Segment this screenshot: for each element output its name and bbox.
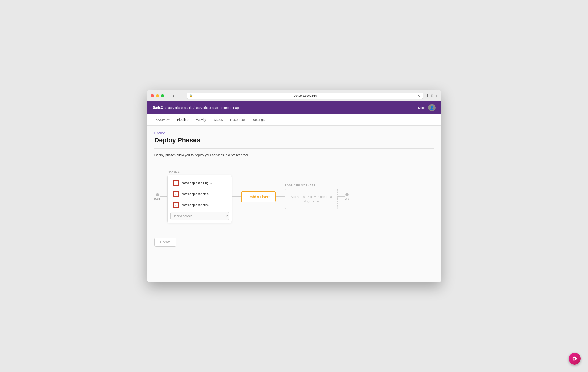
section-divider bbox=[155, 148, 434, 149]
svg-rect-1 bbox=[174, 181, 176, 183]
app-header-left: SEED › serverless-stack / serverless-sta… bbox=[153, 105, 240, 110]
new-tab-button[interactable]: ⧉ bbox=[431, 94, 433, 98]
lock-icon: 🔒 bbox=[189, 94, 192, 97]
svg-rect-5 bbox=[173, 191, 179, 197]
chat-button[interactable] bbox=[569, 353, 581, 365]
tab-settings[interactable]: Settings bbox=[249, 114, 268, 125]
page-breadcrumb[interactable]: Pipeline bbox=[155, 131, 434, 135]
tab-pipeline[interactable]: Pipeline bbox=[173, 114, 192, 125]
breadcrumb-app[interactable]: serverless-stack-demo-ext-api bbox=[196, 106, 240, 110]
pipeline-begin: begin bbox=[155, 193, 161, 200]
app-header: SEED › serverless-stack / serverless-sta… bbox=[147, 101, 441, 114]
svg-rect-13 bbox=[174, 205, 176, 207]
post-deploy-label: POST-DEPLOY PHASE bbox=[285, 184, 315, 187]
breadcrumb-separator-2: / bbox=[193, 106, 194, 110]
svg-rect-14 bbox=[176, 205, 178, 207]
service-name-3: notes-app-ext-notify-... bbox=[181, 203, 211, 207]
maximize-traffic-light[interactable] bbox=[161, 94, 164, 97]
tab-resources[interactable]: Resources bbox=[227, 114, 249, 125]
pipeline-flow: begin PHASE 1 bbox=[155, 164, 434, 232]
phase-1-box: notes-app-ext-billing-... bbox=[167, 175, 232, 223]
service-item-3: notes-app-ext-notify-... bbox=[170, 200, 229, 210]
forward-button[interactable]: › bbox=[172, 93, 176, 98]
share-button[interactable]: ⬆ bbox=[426, 93, 429, 98]
svg-rect-3 bbox=[174, 183, 176, 185]
app-nav: Overview Pipeline Activity Issues Resour… bbox=[147, 114, 441, 126]
service-icon-1 bbox=[173, 180, 179, 186]
browser-titlebar: ‹ › ⊞ 🔒 console.seed.run ↻ ⬆ ⧉ + bbox=[151, 93, 437, 99]
service-icon-2 bbox=[173, 191, 179, 197]
pipeline-end: end bbox=[345, 193, 349, 200]
post-deploy-box: Add a Post-Deploy Phase for a stage belo… bbox=[285, 188, 338, 209]
svg-rect-9 bbox=[176, 194, 178, 196]
tab-issues[interactable]: Issues bbox=[210, 114, 226, 125]
address-bar: 🔒 console.seed.run ↻ bbox=[187, 93, 423, 99]
avatar[interactable]: 👤 bbox=[428, 104, 436, 111]
menu-button[interactable]: + bbox=[435, 94, 437, 98]
breadcrumb-separator: › bbox=[165, 106, 167, 110]
svg-rect-10 bbox=[173, 202, 179, 208]
browser-nav-buttons: ‹ › bbox=[167, 93, 176, 98]
reload-button[interactable]: ↻ bbox=[418, 94, 421, 98]
svg-rect-12 bbox=[176, 203, 178, 205]
tab-view-button[interactable]: ⊞ bbox=[178, 93, 184, 98]
end-dot bbox=[345, 193, 348, 196]
svg-rect-7 bbox=[176, 192, 178, 194]
svg-rect-4 bbox=[176, 183, 178, 185]
begin-label: begin bbox=[155, 197, 161, 200]
service-item-2: notes-app-ext-notes-... bbox=[170, 189, 229, 199]
traffic-lights bbox=[151, 94, 164, 97]
main-content: Pipeline Deploy Phases Deploy phases all… bbox=[147, 126, 441, 282]
description-text: Deploy phases allow you to deploy your s… bbox=[155, 153, 434, 157]
seed-logo[interactable]: SEED bbox=[153, 105, 163, 110]
add-phase-section: + Add a Phase bbox=[241, 191, 276, 202]
close-traffic-light[interactable] bbox=[151, 94, 154, 97]
connector-line-2 bbox=[232, 196, 241, 197]
svg-rect-8 bbox=[174, 194, 176, 196]
phase-1-label: PHASE 1 bbox=[167, 170, 179, 173]
chat-icon bbox=[572, 356, 577, 361]
add-phase-button[interactable]: + Add a Phase bbox=[241, 191, 276, 202]
browser-chrome: ‹ › ⊞ 🔒 console.seed.run ↻ ⬆ ⧉ + bbox=[147, 90, 441, 101]
service-name-1: notes-app-ext-billing-... bbox=[181, 181, 212, 185]
breadcrumb-org[interactable]: serverless-stack bbox=[168, 106, 191, 110]
minimize-traffic-light[interactable] bbox=[156, 94, 159, 97]
url-text: console.seed.run bbox=[194, 94, 417, 97]
update-button[interactable]: Update bbox=[155, 238, 176, 247]
post-deploy-section: POST-DEPLOY PHASE Add a Post-Deploy Phas… bbox=[285, 184, 338, 209]
svg-rect-2 bbox=[176, 181, 178, 183]
connector-line-4 bbox=[338, 196, 345, 197]
service-icon-3 bbox=[173, 202, 179, 208]
svg-rect-11 bbox=[174, 203, 176, 205]
connector-line-3 bbox=[276, 196, 285, 197]
tab-activity[interactable]: Activity bbox=[192, 114, 210, 125]
tab-overview[interactable]: Overview bbox=[153, 114, 173, 125]
page-title: Deploy Phases bbox=[155, 136, 434, 144]
phase-1-section: PHASE 1 notes-a bbox=[167, 170, 232, 223]
app-header-right: Docs 👤 bbox=[418, 104, 436, 111]
connector-line-1 bbox=[160, 196, 167, 197]
svg-rect-6 bbox=[174, 192, 176, 194]
docs-link[interactable]: Docs bbox=[418, 106, 425, 110]
svg-rect-0 bbox=[173, 180, 179, 186]
end-label: end bbox=[345, 197, 349, 200]
post-deploy-text: Add a Post-Deploy Phase for a stage belo… bbox=[291, 195, 332, 203]
service-name-2: notes-app-ext-notes-... bbox=[181, 192, 211, 196]
pick-service-select[interactable]: Pick a service bbox=[170, 212, 229, 220]
browser-actions: ⬆ ⧉ + bbox=[426, 93, 437, 98]
service-item-1: notes-app-ext-billing-... bbox=[170, 178, 229, 188]
begin-dot bbox=[156, 193, 159, 196]
browser-window: ‹ › ⊞ 🔒 console.seed.run ↻ ⬆ ⧉ + SEED › … bbox=[147, 90, 441, 282]
back-button[interactable]: ‹ bbox=[167, 93, 171, 98]
